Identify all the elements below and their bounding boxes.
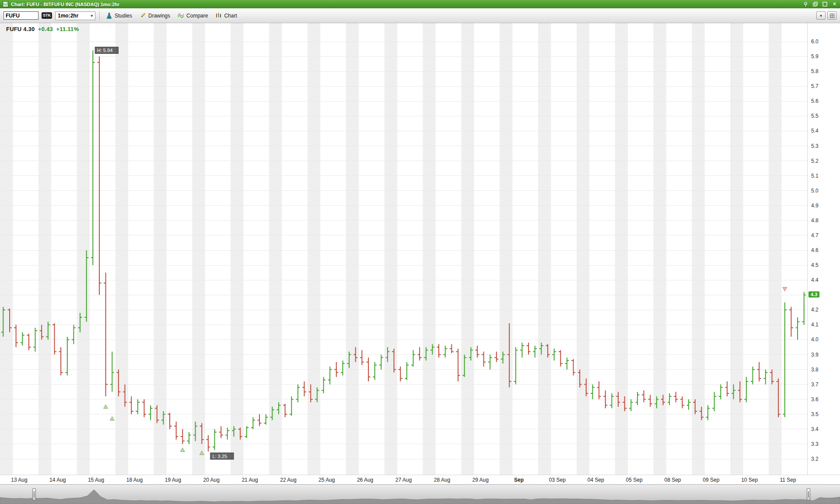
ohlc-bar <box>680 396 684 408</box>
symbol-input[interactable] <box>4 11 38 20</box>
ohlc-bar <box>418 347 422 361</box>
x-axis-label: 21 Aug <box>242 477 258 483</box>
drawings-button[interactable]: Drawings <box>137 11 172 20</box>
timeframe-dropdown[interactable]: 1mo:2hr ▾ <box>55 11 95 20</box>
ohlc-bar <box>636 392 640 406</box>
ohlc-bar <box>206 435 210 452</box>
ohlc-bar <box>136 399 140 414</box>
ohlc-bar <box>597 382 601 399</box>
y-axis-label: 4.7 <box>811 232 819 238</box>
ohlc-bar <box>725 382 729 396</box>
ohlc-bar <box>322 377 326 394</box>
compare-label: Compare <box>186 13 208 19</box>
toolbar-separator <box>99 11 100 20</box>
ohlc-bar <box>174 422 178 440</box>
ohlc-bar <box>796 317 800 340</box>
ohlc-bar <box>475 346 479 357</box>
ohlc-bar <box>559 350 563 367</box>
ohlc-bar <box>712 392 716 411</box>
close-icon[interactable]: × <box>832 1 837 7</box>
chart-button[interactable]: Chart <box>213 11 239 20</box>
ohlc-bar <box>52 323 56 355</box>
ohlc-bar <box>142 399 146 417</box>
titlebar[interactable]: Chart: FUFU - BITFUFU INC (NASDAQ) 1mo:2… <box>0 0 840 8</box>
chart-options-button[interactable]: ▾ <box>816 11 826 20</box>
chart-label: Chart <box>224 13 237 19</box>
y-axis-label: 5.3 <box>811 143 819 149</box>
price-axis[interactable]: 6.05.95.85.75.65.55.45.35.25.15.04.94.84… <box>807 23 840 475</box>
ohlc-bar <box>642 390 646 402</box>
quote-last: 4.30 <box>23 26 35 32</box>
ohlc-bar <box>264 414 268 425</box>
ohlc-bar <box>494 352 498 362</box>
ohlc-bar <box>341 360 345 375</box>
quote-symbol: FUFU <box>6 26 21 32</box>
y-axis-label: 4.6 <box>811 247 819 253</box>
popout-icon[interactable] <box>812 1 818 7</box>
x-axis-label: Sep <box>514 477 524 483</box>
y-axis-label: 4.4 <box>811 277 819 283</box>
ohlc-bar <box>251 417 255 429</box>
maximize-icon[interactable] <box>822 1 828 7</box>
window-title: Chart: FUFU - BITFUFU INC (NASDAQ) 1mo:2… <box>11 2 119 7</box>
trade-marker-up-icon <box>180 448 185 452</box>
compare-icon <box>178 12 184 19</box>
x-axis-label: 28 Aug <box>434 477 450 483</box>
ohlc-bar <box>14 325 18 347</box>
ohlc-bar <box>802 292 806 325</box>
ohlc-bar <box>405 362 409 380</box>
y-axis-label: 5.0 <box>811 188 819 194</box>
ohlc-bar <box>744 377 748 402</box>
studies-button[interactable]: Studies <box>104 11 134 20</box>
ohlc-bar <box>443 346 447 357</box>
ohlc-bar <box>225 427 229 439</box>
ohlc-bar <box>482 352 486 367</box>
ohlc-bar <box>258 414 262 426</box>
trade-marker-up-icon <box>104 405 108 409</box>
ohlc-bar <box>104 273 108 396</box>
chart-icon <box>215 12 222 19</box>
x-axis-label: 13 Aug <box>11 477 27 483</box>
trade-marker-down-icon <box>783 287 787 291</box>
y-axis-label: 6.0 <box>811 38 819 45</box>
y-axis-label: 5.7 <box>811 83 819 89</box>
x-axis-label: 14 Aug <box>49 477 66 483</box>
x-axis-label: 05 Sep <box>626 477 643 483</box>
x-axis-label: 29 Aug <box>472 477 489 483</box>
ohlc-bar <box>21 332 24 346</box>
high-annotation: H: 5.94 <box>95 47 118 53</box>
ohlc-bar <box>719 385 723 399</box>
ohlc-bar <box>763 370 767 385</box>
ohlc-bar <box>181 429 185 444</box>
x-axis-label: 03 Sep <box>549 477 566 483</box>
time-navigator[interactable] <box>0 484 840 504</box>
chevron-down-icon: ▾ <box>91 14 93 18</box>
y-axis-label: 4.9 <box>811 203 819 209</box>
compare-button[interactable]: Compare <box>175 11 210 20</box>
y-axis-label: 5.5 <box>811 113 819 119</box>
quote-change: +0.43 <box>38 26 53 32</box>
panel-layout-button[interactable] <box>827 11 836 20</box>
y-axis-label: 4.8 <box>811 217 819 224</box>
toolbar: STK 1mo:2hr ▾ Studies Drawings <box>0 8 840 23</box>
ohlc-bar <box>456 349 460 382</box>
drawings-icon <box>140 12 146 19</box>
security-type-badge: STK <box>42 12 52 19</box>
y-axis-label: 3.7 <box>811 382 819 388</box>
chart-plot-area[interactable]: H: 5.94L: 3.25 <box>0 23 807 475</box>
time-axis[interactable]: 13 Aug14 Aug15 Aug18 Aug19 Aug20 Aug21 A… <box>0 475 840 484</box>
x-axis-label: 22 Aug <box>280 477 296 483</box>
ohlc-bar <box>72 325 76 344</box>
ohlc-bar <box>488 355 492 370</box>
ohlc-bar <box>149 405 153 420</box>
pin-icon[interactable] <box>803 1 808 7</box>
ohlc-bar <box>527 343 531 354</box>
ohlc-bar <box>27 334 31 350</box>
trade-marker-up-icon <box>110 416 114 420</box>
navigator-right-handle[interactable] <box>807 488 810 500</box>
chart-window: Chart: FUFU - BITFUFU INC (NASDAQ) 1mo:2… <box>0 0 840 504</box>
ohlc-bar <box>130 396 133 414</box>
ohlc-bar <box>571 359 575 376</box>
x-axis-label: 15 Aug <box>88 477 104 483</box>
navigator-left-handle[interactable] <box>32 488 36 500</box>
